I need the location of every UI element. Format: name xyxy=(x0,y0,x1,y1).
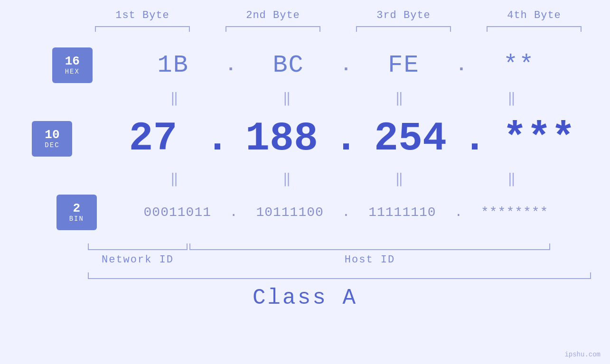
bracket-byte4 xyxy=(487,26,582,32)
sep-hex-dec: ‖ . ‖ . ‖ . ‖ xyxy=(25,89,584,108)
dec-badge: 10 DEC xyxy=(32,121,72,157)
main-container: 1st Byte 2nd Byte 3rd Byte 4th Byte 16 H… xyxy=(0,0,610,364)
hex-values: 1B . BC . FE . ** xyxy=(93,51,581,79)
hex-byte1: 1B xyxy=(121,51,225,79)
byte-headers: 1st Byte 2nd Byte 3rd Byte 4th Byte xyxy=(77,9,600,21)
dec-dot1: . xyxy=(205,116,229,162)
dec-badge-label: DEC xyxy=(45,141,59,149)
bracket-byte3 xyxy=(356,26,451,32)
watermark: ipshu.com xyxy=(564,351,601,358)
eq1: ‖ xyxy=(124,90,228,106)
dec-dot2: . xyxy=(334,116,358,162)
hex-byte2: BC xyxy=(236,51,341,79)
bin-dot1: . xyxy=(230,205,238,220)
sep-dec-bin-values: ‖ . ‖ . ‖ . ‖ xyxy=(95,171,575,187)
dec-row: 10 DEC 27 . 188 . 254 . *** xyxy=(9,108,601,169)
network-id-label: Network ID xyxy=(88,254,188,266)
hex-dot2: . xyxy=(341,55,352,75)
dec-dot3: . xyxy=(463,116,487,162)
eq2: ‖ xyxy=(236,90,341,106)
eq5: ‖ xyxy=(124,171,228,187)
bin-byte2: 10111100 xyxy=(238,205,342,220)
bracket-byte2 xyxy=(225,26,320,32)
bin-badge-label: BIN xyxy=(69,215,84,223)
eq6: ‖ xyxy=(236,171,341,187)
class-label: Class A xyxy=(0,286,610,310)
top-brackets xyxy=(77,26,600,32)
dec-values: 27 . 188 . 254 . *** xyxy=(72,116,601,162)
hex-byte4: ** xyxy=(467,51,571,79)
hex-dot3: . xyxy=(456,55,467,75)
eq8: ‖ xyxy=(461,171,566,187)
labels-row: Network ID Host ID xyxy=(88,254,610,266)
bracket-network xyxy=(88,243,188,250)
dec-byte4: *** xyxy=(487,119,591,159)
byte1-header: 1st Byte xyxy=(83,9,202,21)
bin-byte3: 11111110 xyxy=(350,205,454,220)
sep-hex-dec-values: ‖ . ‖ . ‖ . ‖ xyxy=(95,90,575,106)
byte4-header: 4th Byte xyxy=(475,9,593,21)
hex-badge-number: 16 xyxy=(65,55,80,68)
byte2-header: 2nd Byte xyxy=(214,9,332,21)
big-bracket xyxy=(88,272,591,279)
byte3-header: 3rd Byte xyxy=(344,9,463,21)
bottom-brackets xyxy=(88,241,610,250)
hex-badge: 16 HEX xyxy=(52,47,93,83)
bin-values: 00011011 . 10111100 . 11111110 . *******… xyxy=(97,205,576,220)
bin-dot3: . xyxy=(454,205,462,220)
bin-byte1: 00011011 xyxy=(125,205,230,220)
eq3: ‖ xyxy=(349,90,453,106)
eq4: ‖ xyxy=(461,90,566,106)
bin-row: 2 BIN 00011011 . 10111100 . 11111110 . *… xyxy=(34,188,576,236)
dec-byte1: 27 xyxy=(101,119,205,159)
bin-byte4: ******** xyxy=(462,205,567,220)
dec-byte3: 254 xyxy=(358,119,463,159)
bin-badge-number: 2 xyxy=(73,202,80,215)
host-id-label: Host ID xyxy=(189,254,550,266)
dec-byte2: 188 xyxy=(229,119,334,159)
eq7: ‖ xyxy=(349,171,453,187)
hex-row: 16 HEX 1B . BC . FE . ** xyxy=(29,41,581,89)
sep-dec-bin: ‖ . ‖ . ‖ . ‖ xyxy=(25,169,584,188)
hex-dot1: . xyxy=(225,55,236,75)
bin-dot2: . xyxy=(342,205,350,220)
hex-badge-label: HEX xyxy=(65,68,80,75)
bracket-host xyxy=(189,243,550,250)
bin-badge: 2 BIN xyxy=(56,195,97,230)
hex-byte3: FE xyxy=(351,51,456,79)
dec-badge-number: 10 xyxy=(45,128,59,142)
bottom-area: Network ID Host ID Class A xyxy=(0,241,610,310)
bracket-byte1 xyxy=(95,26,190,32)
